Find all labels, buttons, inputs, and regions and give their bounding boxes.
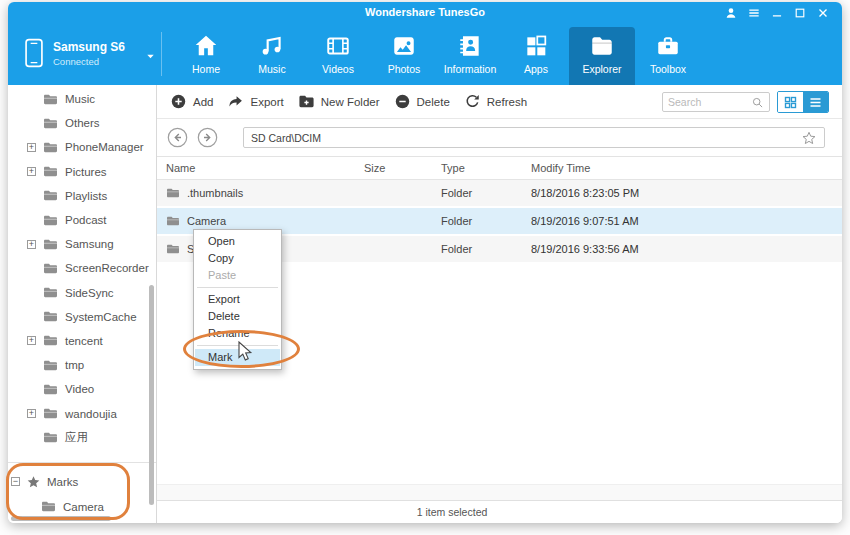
path-box (243, 127, 825, 148)
home-icon (193, 33, 219, 59)
nav-tab[interactable]: Home (173, 27, 239, 85)
folder-icon (43, 334, 58, 347)
star-icon (26, 475, 41, 489)
nav-tab[interactable]: Music (239, 27, 305, 85)
sidebar-folder-item[interactable]: Samsung (8, 232, 156, 256)
nav-tab[interactable]: Toolbox (635, 27, 701, 85)
context-menu-item[interactable]: Open (195, 233, 280, 250)
device-selector[interactable]: Samsung S6 Connected (24, 27, 156, 79)
folder-icon (43, 262, 58, 275)
column-header-name[interactable]: Name (157, 162, 364, 174)
sidebar-folder-label: 应用 (65, 430, 88, 445)
sidebar-folder-item[interactable]: Others (8, 111, 156, 135)
expand-plus-icon[interactable] (27, 240, 36, 249)
nav-tab[interactable]: Apps (503, 27, 569, 85)
sidebar-folder-item[interactable]: SideSync (8, 281, 156, 305)
list-view-button[interactable] (803, 92, 828, 112)
context-menu-item[interactable]: Copy (195, 250, 280, 267)
context-menu-item[interactable]: Delete (195, 308, 280, 325)
sidebar-folder-label: PhoneManager (65, 141, 144, 153)
view-toggle (777, 91, 829, 113)
sidebar-folder-item[interactable]: Video (8, 377, 156, 401)
folder-icon (43, 359, 58, 372)
toolbar-button[interactable]: Export (227, 93, 283, 110)
folder-icon (43, 383, 58, 396)
sidebar-item-marks[interactable]: Marks (8, 470, 156, 493)
context-menu-item[interactable]: Rename (195, 325, 280, 342)
maximize-icon[interactable] (793, 6, 807, 20)
context-menu-item[interactable] (197, 287, 278, 288)
sidebar-folder-item[interactable]: ScreenRecorder (8, 256, 156, 280)
sidebar-folder-label: Pictures (65, 166, 107, 178)
row-modify-time: 8/19/2016 9:33:56 AM (531, 243, 842, 255)
row-type: Folder (441, 187, 531, 199)
nav-tab-label: Music (258, 63, 285, 75)
column-header-modify-time[interactable]: Modify Time (531, 162, 842, 174)
sidebar-folder-item[interactable]: Pictures (8, 160, 156, 184)
search-input[interactable] (668, 96, 751, 108)
search-icon[interactable] (751, 96, 764, 109)
sidebar-folder-item[interactable]: Podcast (8, 208, 156, 232)
toolbar-button[interactable]: Add (170, 93, 213, 110)
nav-tab[interactable]: Information (437, 27, 503, 85)
folder-tree: Music Others PhoneManager (8, 87, 156, 450)
sidebar-folder-item[interactable]: PhoneManager (8, 135, 156, 159)
nav-tab[interactable]: Explorer (569, 27, 635, 85)
sidebar-folder-item[interactable]: Playlists (8, 184, 156, 208)
sidebar-folder-item[interactable]: Music (8, 87, 156, 111)
row-name: Camera (187, 215, 226, 227)
toolbar-button[interactable]: New Folder (298, 93, 380, 110)
nav-tab[interactable]: Photos (371, 27, 437, 85)
nav-tab-label: Information (444, 63, 497, 75)
app-window: Wondershare TunesGo Samsung S6 Connected (8, 2, 842, 523)
path-input[interactable] (251, 132, 793, 144)
toolbar-buttons: Add Export New Folder (170, 93, 541, 110)
close-icon[interactable] (816, 6, 830, 20)
sidebar-folder-label: wandoujia (65, 408, 117, 420)
context-menu-item-label: Export (208, 293, 240, 305)
marks-child-label: Camera (63, 501, 104, 513)
context-menu-item[interactable]: Mark (195, 349, 280, 366)
user-icon[interactable] (724, 6, 738, 20)
sidebar-folder-item[interactable]: tmp (8, 353, 156, 377)
device-status: Connected (53, 56, 143, 67)
collapse-minus-icon[interactable] (11, 477, 20, 486)
column-header-type[interactable]: Type (441, 162, 531, 174)
grid-view-button[interactable] (778, 92, 803, 112)
sidebar: Music Others PhoneManager (8, 85, 157, 523)
sidebar-horizontal-scrollbar[interactable] (11, 516, 111, 521)
sidebar-folder-item[interactable]: wandoujia (8, 401, 156, 425)
toolbar-button[interactable]: Refresh (464, 93, 527, 110)
minimize-icon[interactable] (770, 6, 784, 20)
file-explorer-panel: Add Export New Folder (157, 85, 842, 523)
sidebar-folder-item[interactable]: SystemCache (8, 305, 156, 329)
column-header-size[interactable]: Size (364, 162, 441, 174)
table-row[interactable]: .thumbnails Folder 8/18/2016 8:23:05 PM (157, 180, 842, 208)
nav-tab[interactable]: Videos (305, 27, 371, 85)
expand-plus-icon[interactable] (27, 143, 36, 152)
folder-icon (43, 214, 58, 227)
status-bar: 1 item selected (157, 500, 842, 523)
context-menu-item[interactable] (197, 345, 278, 346)
expand-plus-icon[interactable] (27, 167, 36, 176)
expand-plus-icon[interactable] (27, 336, 36, 345)
context-menu-item[interactable]: Paste (195, 267, 280, 284)
menu-icon[interactable] (747, 6, 761, 20)
sidebar-folder-item[interactable]: tencent (8, 329, 156, 353)
device-name: Samsung S6 (53, 40, 143, 54)
sidebar-folder-item[interactable]: 应用 (8, 426, 156, 450)
context-menu-item-label: Delete (208, 310, 240, 322)
forward-arrow-icon[interactable] (197, 127, 218, 148)
folder-icon (166, 243, 180, 255)
sidebar-item-marks-camera[interactable]: Camera (8, 495, 156, 518)
toolbar-button-label: Add (193, 96, 213, 108)
context-menu-item[interactable]: Export (195, 291, 280, 308)
caret-down-icon[interactable] (145, 48, 156, 59)
sidebar-vertical-scrollbar[interactable] (149, 285, 154, 505)
toolbar-button[interactable]: Delete (394, 93, 450, 110)
folder-icon (43, 431, 58, 444)
favorite-star-icon[interactable] (801, 130, 817, 146)
expand-plus-icon[interactable] (27, 409, 36, 418)
back-arrow-icon[interactable] (167, 127, 188, 148)
sidebar-folder-label: SideSync (65, 287, 114, 299)
